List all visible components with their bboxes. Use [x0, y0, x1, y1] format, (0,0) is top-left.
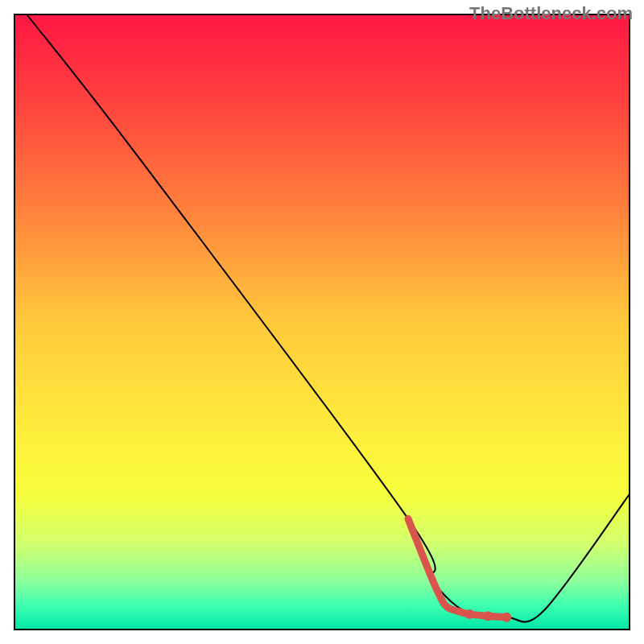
highlight-dot [464, 609, 474, 619]
chart-container: TheBottleneck.com [0, 0, 644, 644]
bottleneck-chart [0, 0, 644, 644]
watermark-text: TheBottleneck.com [469, 3, 633, 24]
highlight-dot [502, 613, 511, 622]
plot-background [14, 14, 630, 630]
highlight-dot [483, 611, 493, 621]
